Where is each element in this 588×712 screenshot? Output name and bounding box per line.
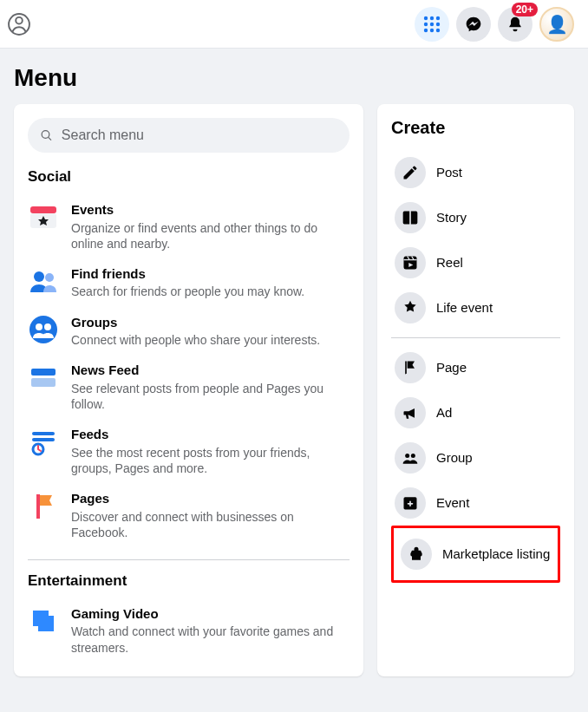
menu-grid-button[interactable]	[415, 7, 449, 42]
create-post[interactable]: Post	[391, 150, 560, 195]
events-icon	[28, 201, 59, 232]
create-label: Story	[436, 210, 467, 225]
svg-point-18	[36, 323, 42, 330]
svg-point-11	[42, 131, 49, 139]
svg-point-4	[436, 16, 440, 19]
menu-text: Find friends Search for friends or peopl…	[71, 265, 350, 300]
menu-item-feeds[interactable]: Feeds See the most recent posts from you…	[28, 419, 350, 483]
create-marketplace-listing[interactable]: Marketplace listing	[397, 532, 554, 577]
svg-point-16	[45, 273, 54, 282]
menu-item-events[interactable]: Events Organize or find events and other…	[28, 194, 350, 258]
profile-avatar[interactable]: 👤	[539, 7, 574, 42]
section-heading-entertainment: Entertainment	[28, 572, 350, 590]
menu-item-find-friends[interactable]: Find friends Search for friends or peopl…	[28, 258, 350, 307]
marketplace-icon	[401, 539, 432, 570]
topbar-right: 20+ 👤	[415, 7, 574, 42]
content: Social Events Organize or find events an…	[0, 104, 588, 690]
menu-desc: Connect with people who share your inter…	[71, 332, 350, 348]
svg-point-10	[436, 28, 440, 31]
svg-rect-26	[404, 257, 417, 270]
menu-item-gaming-video[interactable]: Gaming Video Watch and connect with your…	[28, 598, 350, 663]
menu-desc: Discover and connect with businesses on …	[71, 509, 350, 540]
svg-rect-23	[32, 438, 55, 441]
topbar-left	[7, 12, 31, 36]
create-group[interactable]: Group	[391, 435, 560, 480]
pages-icon	[28, 490, 59, 521]
menu-text: Pages Discover and connect with business…	[71, 490, 350, 540]
svg-point-17	[29, 316, 57, 343]
create-story[interactable]: Story	[391, 195, 560, 240]
create-label: Reel	[436, 255, 463, 271]
event-icon	[395, 487, 426, 519]
menu-panel: Social Events Organize or find events an…	[14, 104, 363, 676]
notifications-button[interactable]: 20+	[498, 7, 532, 42]
account-switch-icon[interactable]	[7, 12, 31, 36]
menu-text: Events Organize or find events and other…	[71, 201, 350, 251]
create-event[interactable]: Event	[391, 480, 560, 526]
menu-text: News Feed See relevant posts from people…	[71, 362, 350, 412]
feeds-icon	[28, 426, 59, 457]
news-feed-icon	[28, 362, 59, 393]
svg-point-5	[424, 22, 428, 25]
svg-point-27	[405, 454, 409, 458]
menu-title: Groups	[71, 314, 350, 331]
svg-point-19	[44, 323, 51, 330]
menu-desc: Organize or find events and other things…	[71, 220, 350, 251]
section-heading-social: Social	[28, 168, 350, 186]
menu-desc: See relevant posts from people and Pages…	[71, 381, 350, 412]
menu-item-news-feed[interactable]: News Feed See relevant posts from people…	[28, 355, 350, 419]
create-label: Page	[436, 360, 467, 376]
create-life-event[interactable]: Life event	[391, 285, 560, 330]
highlight-marketplace: Marketplace listing	[391, 526, 560, 583]
notification-badge: 20+	[512, 3, 538, 16]
group-icon	[395, 442, 426, 474]
svg-rect-21	[31, 378, 56, 387]
create-panel: Create Post Story Reel Life event	[377, 104, 574, 676]
create-reel[interactable]: Reel	[391, 240, 560, 285]
gaming-video-icon	[28, 605, 59, 637]
menu-item-pages[interactable]: Pages Discover and connect with business…	[28, 483, 350, 547]
menu-desc: Watch and connect with your favorite gam…	[71, 624, 350, 655]
create-label: Ad	[436, 405, 452, 421]
svg-point-2	[424, 16, 428, 19]
menu-desc: See the most recent posts from your frie…	[71, 445, 350, 476]
svg-point-8	[424, 28, 428, 31]
menu-text: Feeds See the most recent posts from you…	[71, 426, 350, 476]
menu-title: Gaming Video	[71, 605, 350, 623]
search-icon	[40, 128, 53, 142]
svg-point-28	[411, 454, 415, 458]
menu-item-groups[interactable]: Groups Connect with people who share you…	[28, 307, 350, 356]
menu-desc: Search for friends or people you may kno…	[71, 284, 350, 299]
menu-title: Events	[71, 201, 350, 219]
menu-title: Find friends	[71, 265, 350, 283]
create-ad[interactable]: Ad	[391, 390, 560, 435]
svg-rect-22	[32, 432, 55, 435]
svg-point-0	[16, 16, 23, 23]
svg-point-7	[436, 22, 440, 25]
svg-point-9	[430, 28, 434, 31]
menu-title: Feeds	[71, 426, 350, 443]
svg-point-6	[430, 22, 434, 25]
create-page[interactable]: Page	[391, 345, 560, 390]
create-label: Life event	[436, 300, 493, 316]
page-title: Menu	[0, 49, 588, 104]
search-box[interactable]	[28, 118, 350, 153]
menu-title: News Feed	[71, 362, 350, 379]
svg-point-15	[34, 271, 44, 282]
friends-icon	[28, 265, 59, 297]
svg-rect-25	[36, 494, 40, 519]
groups-icon	[28, 314, 59, 345]
page-icon	[395, 352, 426, 383]
top-bar: 20+ 👤	[0, 0, 588, 49]
reel-icon	[395, 247, 426, 278]
search-input[interactable]	[62, 127, 337, 143]
menu-title: Pages	[71, 490, 350, 507]
messenger-button[interactable]	[456, 7, 491, 42]
section-divider	[28, 559, 350, 560]
menu-text: Groups Connect with people who share you…	[71, 314, 350, 349]
create-label: Group	[436, 450, 473, 466]
create-label: Event	[436, 495, 469, 511]
create-label: Post	[436, 165, 462, 180]
create-divider	[391, 337, 560, 338]
create-label: Marketplace listing	[442, 546, 550, 562]
